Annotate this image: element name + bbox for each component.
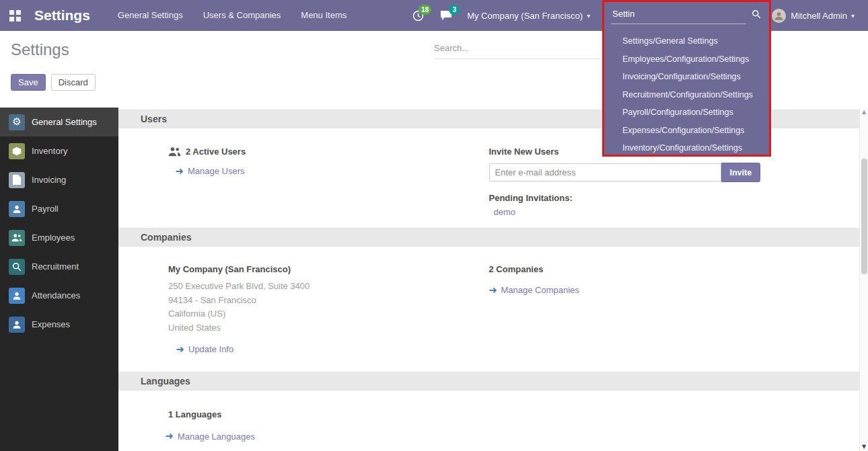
sidebar-item-expenses[interactable]: Expenses	[0, 310, 118, 339]
manage-languages-link[interactable]: Manage Languages	[166, 432, 255, 442]
menu-search-input[interactable]	[611, 6, 746, 24]
menu-users-companies[interactable]: Users & Companies	[193, 0, 291, 31]
chevron-down-icon: ▾	[587, 12, 590, 19]
user-menu[interactable]: Mitchell Admin ▾	[765, 0, 861, 31]
messages-button[interactable]: 3	[432, 0, 460, 31]
settings-sidebar: ⚙ General Settings Inventory Invoicing	[0, 108, 118, 451]
activities-button[interactable]: 18	[404, 0, 432, 31]
pending-invitations-label: Pending Invitations:	[489, 193, 860, 203]
page-title: Settings	[11, 40, 69, 59]
users-icon	[168, 147, 181, 157]
section-companies: My Company (San Francisco) 250 Executive…	[118, 247, 859, 372]
menu-general-settings[interactable]: General Settings	[108, 0, 193, 31]
document-icon	[9, 172, 25, 188]
sidebar-item-label: Attendances	[32, 290, 80, 300]
discard-button[interactable]: Discard	[51, 74, 96, 91]
magnifier-icon	[9, 259, 25, 275]
control-panel-buttons: Save Discard	[11, 74, 96, 91]
scrollbar-up-arrow[interactable]: ▲	[860, 109, 868, 115]
search-result-item[interactable]: Invoicing/Configuration/Settings	[604, 68, 769, 86]
arrow-right-icon	[489, 287, 497, 294]
workspace: ⚙ General Settings Inventory Invoicing	[0, 108, 868, 451]
manage-companies-link[interactable]: Manage Companies	[489, 285, 579, 295]
search-result-item[interactable]: Settings/General Settings	[604, 32, 769, 50]
invite-button[interactable]: Invite	[721, 163, 761, 182]
message-count-badge: 3	[449, 5, 460, 15]
sidebar-item-label: Payroll	[32, 204, 59, 214]
manage-users-link[interactable]: Manage Users	[176, 166, 245, 176]
company-name-label: My Company (San Francisco)	[168, 264, 489, 274]
box-icon	[9, 143, 25, 159]
search-result-item[interactable]: Recruitment/Configuration/Settings	[604, 86, 769, 104]
address-line: 250 Executive Park Blvd, Suite 3400	[168, 280, 489, 294]
settings-content: Users 2 Active Users	[118, 108, 859, 451]
sidebar-item-inventory[interactable]: Inventory	[0, 136, 118, 165]
sidebar-item-label: General Settings	[32, 117, 97, 127]
chevron-down-icon: ▾	[851, 12, 855, 19]
menu-search-dropdown: Settings/General Settings Employees/Conf…	[602, 0, 771, 157]
section-languages: 1 Languages Manage Languages	[118, 391, 859, 451]
search-icon	[752, 9, 761, 19]
scrollbar-track[interactable]: ▲ ▼	[859, 108, 868, 451]
app-title: Settings	[34, 7, 90, 24]
menu-search-results: Settings/General Settings Employees/Conf…	[604, 32, 769, 157]
sidebar-item-label: Invoicing	[32, 175, 66, 185]
address-line: California (US)	[168, 307, 489, 321]
sidebar-item-label: Expenses	[32, 319, 70, 329]
arrow-right-icon	[176, 168, 184, 175]
sidebar-item-label: Recruitment	[32, 261, 79, 272]
apps-grid-icon	[9, 10, 21, 22]
odoo-settings-screen: Settings General Settings Users & Compan…	[0, 0, 868, 451]
sidebar-item-recruitment[interactable]: Recruitment	[0, 252, 118, 281]
pending-invitation-item: demo	[489, 207, 860, 217]
person-icon	[9, 288, 25, 304]
menu-menu-items[interactable]: Menu Items	[291, 0, 357, 31]
companies-count: 2 Companies	[489, 264, 860, 274]
section-header-companies: Companies	[118, 228, 859, 247]
sidebar-item-payroll[interactable]: Payroll	[0, 194, 118, 223]
sidebar-item-general-settings[interactable]: ⚙ General Settings	[0, 108, 118, 136]
apps-menu-button[interactable]	[0, 0, 30, 31]
avatar	[772, 9, 786, 23]
update-info-link[interactable]: Update Info	[176, 344, 233, 354]
sidebar-item-label: Inventory	[32, 146, 67, 156]
company-name: My Company (San Francisco)	[467, 11, 583, 21]
person-icon	[9, 317, 25, 333]
scrollbar-down-arrow[interactable]: ▼	[860, 444, 868, 450]
people-icon	[9, 230, 25, 246]
invite-email-input[interactable]	[489, 163, 721, 181]
search-result-item[interactable]: Payroll/Configuration/Settings	[604, 104, 769, 122]
sidebar-item-attendances[interactable]: Attendances	[0, 281, 118, 310]
sidebar-item-label: Employees	[32, 233, 75, 243]
search-result-item[interactable]: Employees/Configuration/Settings	[604, 50, 769, 69]
save-button[interactable]: Save	[11, 74, 46, 91]
pending-user-link[interactable]: demo	[494, 207, 516, 217]
record-search	[434, 40, 601, 59]
address-line: United States	[168, 321, 489, 335]
activity-count-badge: 18	[419, 5, 431, 15]
menu-search-row	[611, 6, 762, 24]
scrollbar-thumb[interactable]	[861, 159, 867, 274]
gear-icon: ⚙	[9, 114, 25, 130]
navbar-menu: General Settings Users & Companies Menu …	[108, 0, 357, 31]
record-search-input[interactable]	[434, 40, 601, 59]
active-users-count: 2 Active Users	[186, 147, 246, 157]
person-icon	[9, 201, 25, 217]
company-address: 250 Executive Park Blvd, Suite 3400 9413…	[168, 280, 489, 335]
search-result-item[interactable]: Inventory/Configuration/Settings	[604, 139, 769, 157]
languages-count: 1 Languages	[168, 409, 489, 419]
user-name: Mitchell Admin	[791, 11, 847, 21]
arrow-right-icon	[176, 346, 184, 353]
search-result-item[interactable]: Expenses/Configuration/Settings	[604, 122, 769, 140]
sidebar-item-invoicing[interactable]: Invoicing	[0, 165, 118, 194]
sidebar-item-employees[interactable]: Employees	[0, 223, 118, 252]
section-header-languages: Languages	[118, 372, 859, 391]
arrow-right-icon	[166, 433, 174, 440]
company-switcher[interactable]: My Company (San Francisco) ▾	[460, 0, 597, 31]
address-line: 94134 - San Francisco	[168, 294, 489, 308]
